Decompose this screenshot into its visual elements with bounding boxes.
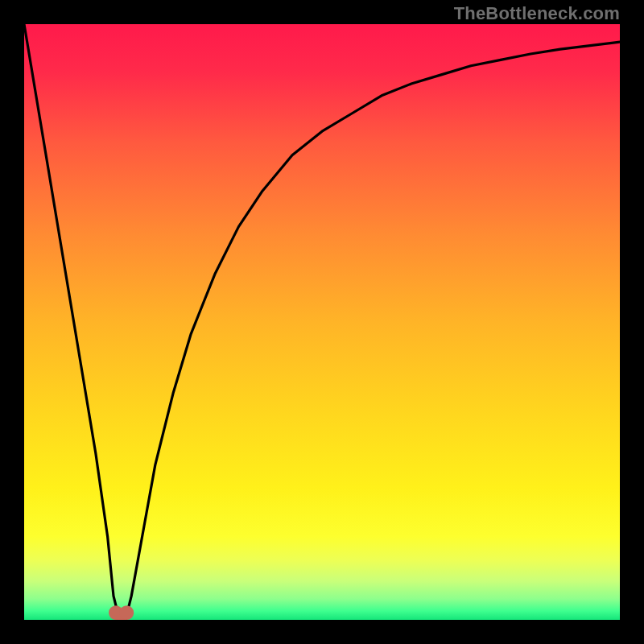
- watermark-text: TheBottleneck.com: [454, 3, 620, 24]
- plot-area: [24, 24, 620, 620]
- gradient-background: [24, 24, 620, 620]
- chart-svg: [24, 24, 620, 620]
- svg-point-2: [119, 605, 134, 620]
- chart-frame: TheBottleneck.com: [0, 0, 644, 644]
